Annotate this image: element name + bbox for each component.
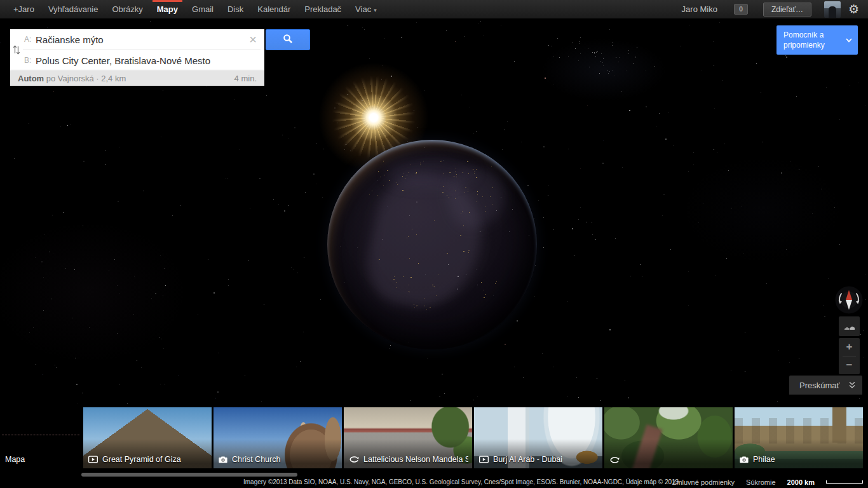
directions-box: A: × B: xyxy=(10,29,264,71)
video-screen-icon xyxy=(479,456,489,463)
origin-label: A: xyxy=(24,35,36,44)
destination-row: B: xyxy=(10,50,264,71)
photo-carousel: Mapa Great Pyramid of Giza Christ Church… xyxy=(0,407,868,468)
thumbnail-label: Great Pyramid of Giza xyxy=(102,455,181,464)
destination-input[interactable] xyxy=(36,50,264,71)
camera-icon xyxy=(219,456,227,463)
nav-item-search[interactable]: Vyhľadávanie xyxy=(41,0,105,19)
zoom-control: + − xyxy=(839,338,860,374)
zoom-in-button[interactable]: + xyxy=(839,338,860,356)
thumbnail-label: Mapa xyxy=(5,455,25,464)
search-button[interactable] xyxy=(266,29,310,50)
thumbnail-burj-al-arab[interactable]: Burj Al Arab - Dubai xyxy=(474,407,602,468)
buildings-icon xyxy=(844,323,855,330)
route-text: Autom po Vajnorská · 2,4 km xyxy=(18,74,126,83)
chevron-down-icon: ▾ xyxy=(374,1,377,20)
thumbnail-lattelicious[interactable]: Lattelicious Nelson Mandela S... xyxy=(344,407,472,468)
nav-item-more[interactable]: Viac▾ xyxy=(348,0,384,19)
user-name[interactable]: Jaro Miko xyxy=(673,0,726,19)
thumbnail-christ-church[interactable]: Christ Church xyxy=(214,407,342,468)
scale-label: 2000 km xyxy=(787,478,815,486)
route-summary[interactable]: Autom po Vajnorská · 2,4 km 4 min. xyxy=(10,71,264,86)
nav-item-gmail[interactable]: Gmail xyxy=(185,0,220,19)
help-feedback-button[interactable]: Pomocník a pripomienky xyxy=(776,25,858,55)
compass-icon xyxy=(834,285,864,315)
thumbnail-label: Lattelicious Nelson Mandela S... xyxy=(363,455,468,464)
nav-item-translate[interactable]: Prekladač xyxy=(297,0,348,19)
origin-input[interactable] xyxy=(36,29,241,50)
footer-links: Zmluvné podmienky Súkromie 2000 km xyxy=(672,477,863,488)
thumbnail-garden[interactable] xyxy=(604,407,733,468)
share-button[interactable]: Zdieľať… xyxy=(763,3,811,17)
google-top-bar: +Jaro Vyhľadávanie Obrázky Mapy Gmail Di… xyxy=(0,0,868,19)
imagery-toggle-button[interactable] xyxy=(839,316,860,336)
city-lights xyxy=(327,140,537,349)
thumbnail-great-pyramid[interactable]: Great Pyramid of Giza xyxy=(83,407,212,468)
nav-menu: +Jaro Vyhľadávanie Obrázky Mapy Gmail Di… xyxy=(0,0,384,19)
thumbnail-philae[interactable]: Philae xyxy=(735,407,863,468)
photosphere-icon xyxy=(349,456,359,463)
thumbnail-label: Burj Al Arab - Dubai xyxy=(493,455,562,464)
camera-icon xyxy=(740,456,749,463)
nav-item-drive[interactable]: Disk xyxy=(220,0,250,19)
chevron-down-icon xyxy=(846,38,852,43)
route-duration: 4 min. xyxy=(234,74,257,83)
video-screen-icon xyxy=(88,456,98,463)
thumbnail-map-view[interactable]: Mapa xyxy=(0,407,81,468)
close-icon[interactable]: × xyxy=(241,29,264,50)
destination-label: B: xyxy=(24,56,36,65)
nav-user-area: Jaro Miko 0 Zdieľať… ⚙ xyxy=(673,0,868,19)
privacy-link[interactable]: Súkromie xyxy=(746,478,775,486)
footer-bar: Imagery ©2013 Data SIO, NOAA, U.S. Navy,… xyxy=(0,477,868,488)
origin-row: A: × xyxy=(10,29,264,50)
nav-item-maps[interactable]: Mapy xyxy=(150,0,185,19)
explore-bar[interactable]: Preskúmať xyxy=(789,376,862,395)
search-icon xyxy=(283,34,293,46)
nav-item-jaro[interactable]: +Jaro xyxy=(6,0,41,19)
thumbnail-label: Christ Church xyxy=(232,455,280,464)
notifications-badge[interactable]: 0 xyxy=(734,4,748,15)
photosphere-icon xyxy=(609,457,620,464)
double-chevron-down-icon xyxy=(848,381,856,389)
nav-item-images[interactable]: Obrázky xyxy=(105,0,149,19)
earth-globe xyxy=(327,140,537,349)
nav-item-calendar[interactable]: Kalendár xyxy=(250,0,297,19)
avatar[interactable] xyxy=(824,1,841,18)
map-attribution: Imagery ©2013 Data SIO, NOAA, U.S. Navy,… xyxy=(243,478,679,485)
terms-link[interactable]: Zmluvné podmienky xyxy=(672,478,735,486)
gear-icon[interactable]: ⚙ xyxy=(846,0,862,19)
scale-bar xyxy=(826,480,863,484)
thumbnail-label: Philae xyxy=(753,455,775,464)
zoom-out-button[interactable]: − xyxy=(839,356,860,374)
compass-control[interactable] xyxy=(834,285,864,315)
swap-icon[interactable] xyxy=(13,44,20,58)
